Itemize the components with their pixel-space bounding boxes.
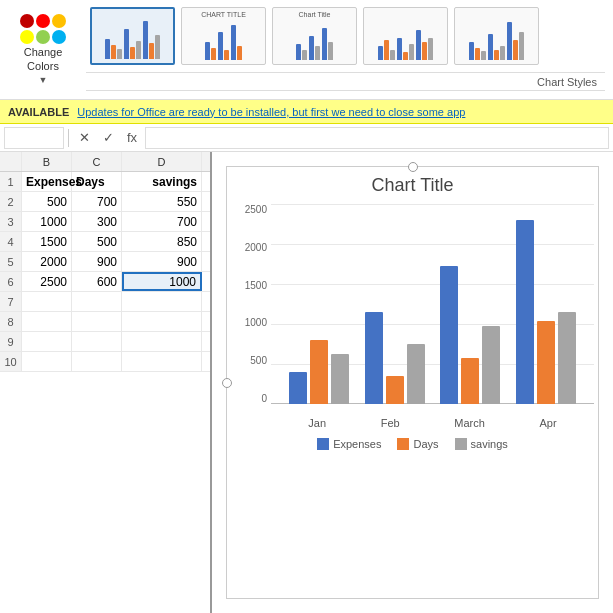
change-colors-label: Change Colors [13,46,73,72]
bar-jan-savings [331,354,349,404]
row-num-1: 1 [0,172,22,191]
available-badge: AVAILABLE [8,106,69,118]
confirm-formula-button[interactable]: ✓ [97,127,119,149]
row-num-2: 2 [0,192,22,211]
table-row: 8 [0,312,210,332]
chart-style-thumb-2[interactable]: CHART TITLE [181,7,266,65]
ribbon: Change Colors ▼ [0,0,613,100]
cell-c2[interactable]: 700 [72,192,122,211]
row-num-5: 5 [0,252,22,271]
cell-b2[interactable]: 500 [22,192,72,211]
spreadsheet-area: B C D 1 Expenses Days savings 2 500 700 … [0,152,613,613]
chart-area[interactable]: Chart Title 2500 2000 1500 1000 500 0 [212,152,613,613]
fx-button[interactable]: fx [121,127,143,149]
cell-d3[interactable]: 700 [122,212,202,231]
chart-container: 2500 2000 1500 1000 500 0 [231,204,594,594]
legend-item-expenses: Expenses [317,438,381,450]
bar-march-expenses [440,266,458,404]
bar-apr-savings [558,312,576,404]
dot-3 [52,14,66,28]
legend-label-days: Days [413,438,438,450]
formula-input[interactable] [145,127,609,149]
bar-apr-days [537,321,555,404]
cell-d4[interactable]: 850 [122,232,202,251]
bar-jan-expenses [289,372,307,404]
dot-6 [52,30,66,44]
row-num-3: 3 [0,212,22,231]
dot-4 [20,30,34,44]
legend-dot-savings [455,438,467,450]
legend-label-expenses: Expenses [333,438,381,450]
bar-group-feb [365,312,425,404]
cell-c5[interactable]: 900 [72,252,122,271]
y-label-1500: 1500 [245,280,267,291]
y-axis: 2500 2000 1500 1000 500 0 [231,204,271,404]
x-axis-labels: Jan Feb March Apr [271,417,594,429]
cell-b6[interactable]: 2500 [22,272,72,291]
y-label-0: 0 [261,393,267,404]
cell-b5[interactable]: 2000 [22,252,72,271]
chart-style-thumb-4[interactable] [363,7,448,65]
name-box[interactable] [4,127,64,149]
chart-thumbnails: CHART TITLE Chart Title [86,5,605,67]
update-message[interactable]: Updates for Office are ready to be insta… [77,106,465,118]
table-row: 10 [0,352,210,372]
cell-c1[interactable]: Days [72,172,122,191]
table-row: 9 [0,332,210,352]
formula-bar: ✕ ✓ fx [0,124,613,152]
chart-style-thumb-1[interactable] [90,7,175,65]
cell-c4[interactable]: 500 [72,232,122,251]
bar-group-march [440,266,500,404]
x-label-jan: Jan [308,417,326,429]
legend-dot-expenses [317,438,329,450]
cell-d1[interactable]: savings [122,172,202,191]
y-label-2000: 2000 [245,242,267,253]
chart-title: Chart Title [231,175,594,196]
legend-item-days: Days [397,438,438,450]
chart-styles-section: CHART TITLE Chart Title [86,5,605,95]
table-panel: B C D 1 Expenses Days savings 2 500 700 … [0,152,212,613]
table-row: 3 1000 300 700 [0,212,210,232]
row-num-col-header [0,152,22,171]
col-header-d: D [122,152,202,171]
bar-apr-expenses [516,220,534,404]
legend-label-savings: savings [471,438,508,450]
col-headers-row: B C D [0,152,210,172]
bar-march-days [461,358,479,404]
table-row: 1 Expenses Days savings [0,172,210,192]
bar-march-savings [482,326,500,404]
cell-c3[interactable]: 300 [72,212,122,231]
row-num-4: 4 [0,232,22,251]
chart-handle-top[interactable] [408,162,418,172]
cell-b4[interactable]: 1500 [22,232,72,251]
table-row: 2 500 700 550 [0,192,210,212]
cell-d2[interactable]: 550 [122,192,202,211]
bar-group-apr [516,220,576,404]
dot-2 [36,14,50,28]
chart-style-thumb-5[interactable] [454,7,539,65]
table-row: 6 2500 600 1000 [0,272,210,292]
chart-styles-label: Chart Styles [86,72,605,91]
bar-feb-days [386,376,404,404]
chart-style-thumb-3[interactable]: Chart Title [272,7,357,65]
y-label-2500: 2500 [245,204,267,215]
cell-d6[interactable]: 1000 [122,272,202,291]
cancel-formula-button[interactable]: ✕ [73,127,95,149]
x-label-feb: Feb [381,417,400,429]
dropdown-arrow-icon: ▼ [39,75,48,85]
y-label-1000: 1000 [245,317,267,328]
thumb-3-title: Chart Title [273,11,356,18]
change-colors-button[interactable]: Change Colors ▼ [8,10,78,90]
update-notification-bar: AVAILABLE Updates for Office are ready t… [0,100,613,124]
cell-d5[interactable]: 900 [122,252,202,271]
cell-c6[interactable]: 600 [72,272,122,291]
cell-b1[interactable]: Expenses [22,172,72,191]
dot-1 [20,14,34,28]
row-num-6: 6 [0,272,22,291]
y-label-500: 500 [250,355,267,366]
col-header-b: B [22,152,72,171]
x-label-apr: Apr [540,417,557,429]
cell-b3[interactable]: 1000 [22,212,72,231]
color-dots [20,14,66,44]
bar-jan-days [310,340,328,404]
